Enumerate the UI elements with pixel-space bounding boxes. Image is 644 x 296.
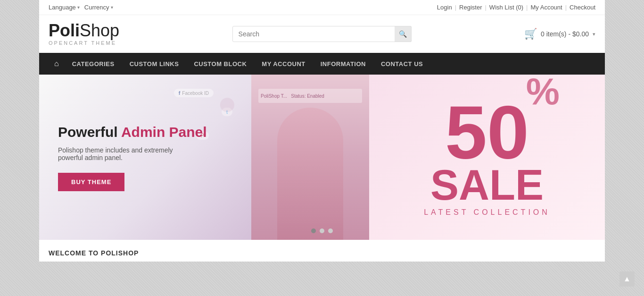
hero-inner: f Facebook ID t P ● Powerful Admin Panel… [39,75,605,240]
sep4: | [565,4,567,11]
slide-title-black: Powerful [58,124,121,140]
logo: PoliShop [49,22,119,39]
nav-item-custom-block[interactable]: CUSTOM BLOCK [186,54,254,74]
language-chevron-icon: ▾ [77,5,80,10]
register-link[interactable]: Register [459,4,482,11]
slider-dots [311,228,333,233]
welcome-section: WELCOME TO POLISHOP [39,240,605,262]
sale-percent: % [526,75,560,113]
sep3: | [526,4,528,11]
nav-item-custom-links[interactable]: CUSTOM LINKS [122,54,187,74]
top-bar: Language ▾ Currency ▾ Login | Register |… [39,0,605,15]
slide-middle-content: PoliShop T... Status: Enabled [251,75,369,240]
deco-circle: ● [217,84,237,122]
sale-number: 50 [445,98,529,166]
language-label: Language [49,4,76,11]
currency-label: Currency [84,4,109,11]
cart-icon: 🛒 [524,28,537,40]
search-input[interactable] [232,26,412,42]
wishlist-link[interactable]: Wish List (0) [489,4,523,11]
search-icon: 🔍 [399,30,407,38]
currency-dropdown[interactable]: Currency ▾ [84,4,113,11]
logo-subtitle: OPENCART THEME [49,40,119,46]
cart-chevron-icon: ▾ [593,31,595,37]
sale-collection: LATEST COLLECTION [424,208,550,217]
slider-dot-1[interactable] [311,228,316,233]
slide-middle: PoliShop T... Status: Enabled [251,75,369,240]
page-wrapper: Language ▾ Currency ▾ Login | Register |… [39,0,605,262]
hero-slider: f Facebook ID t P ● Powerful Admin Panel… [39,75,605,240]
slide-subtitle: Polishop theme includes and extremely po… [58,146,199,161]
welcome-title: WELCOME TO POLISHOP [49,249,595,257]
language-dropdown[interactable]: Language ▾ [49,4,80,11]
nav-item-contact-us[interactable]: CONTACT US [373,54,430,74]
slide-right: % 50 SALE LATEST COLLECTION [369,75,605,240]
home-icon: ⌂ [54,59,59,68]
nav-item-information[interactable]: INFORMATION [313,54,373,74]
nav-item-categories[interactable]: CATEGORIES [65,54,122,74]
sale-content: % 50 SALE LATEST COLLECTION [424,98,550,217]
logo-bold: PoliShop [49,21,119,40]
sep2: | [485,4,486,11]
twitter-chip: t [222,108,232,116]
slider-dot-3[interactable] [328,228,333,233]
currency-chevron-icon: ▾ [111,5,113,10]
search-button[interactable]: 🔍 [395,26,412,42]
header: PoliShop OPENCART THEME 🔍 🛒 0 item(s) - … [39,15,605,53]
cart-label: 0 item(s) - $0.00 [541,30,589,38]
top-bar-right: Login | Register | Wish List (0) | My Ac… [437,4,595,11]
buy-theme-button[interactable]: BUY THEME [58,173,124,191]
slider-dot-2[interactable] [320,228,324,233]
myaccount-link[interactable]: My Account [530,4,562,11]
slide-title: Powerful Admin Panel [58,124,232,141]
navbar: ⌂ CATEGORIES CUSTOM LINKS CUSTOM BLOCK M… [39,53,605,75]
middle-deco: PoliShop T... Status: Enabled [256,84,364,230]
sep1: | [455,4,456,11]
nav-home-icon[interactable]: ⌂ [49,53,65,75]
logo-block[interactable]: PoliShop OPENCART THEME [49,22,119,46]
top-bar-left: Language ▾ Currency ▾ [49,4,113,11]
login-link[interactable]: Login [437,4,452,11]
search-bar: 🔍 [232,26,412,42]
slide-left: f Facebook ID t P ● Powerful Admin Panel… [39,75,251,240]
slide-title-accent: Admin Panel [121,124,207,140]
facebook-chip: f Facebook ID [174,89,214,97]
nav-item-my-account[interactable]: MY ACCOUNT [254,54,313,74]
checkout-link[interactable]: Checkout [570,4,595,11]
cart-block[interactable]: 🛒 0 item(s) - $0.00 ▾ [524,28,595,40]
sale-word: SALE [430,166,544,204]
